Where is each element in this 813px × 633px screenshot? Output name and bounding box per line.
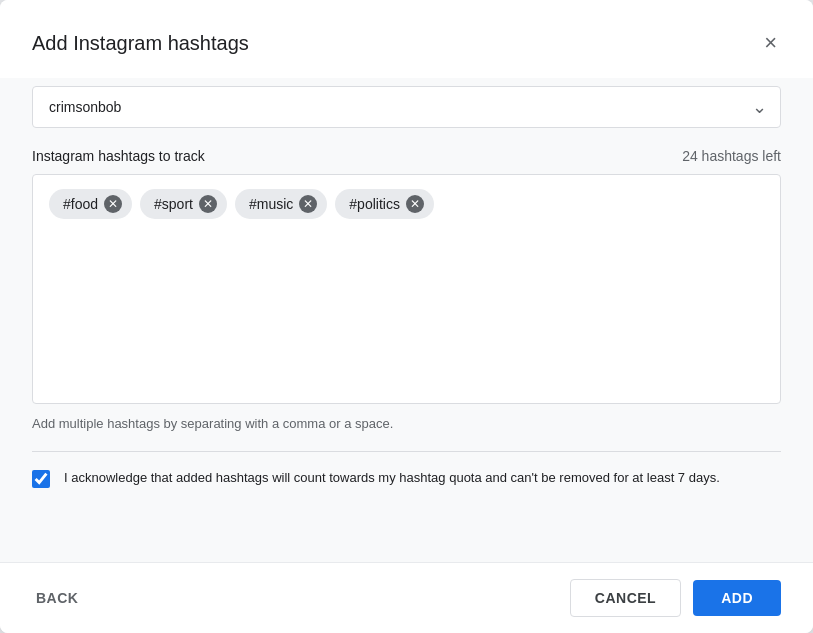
modal-header: Add Instagram hashtags × (0, 0, 813, 78)
chip-label-politics: #politics (349, 196, 400, 212)
hashtags-input-area[interactable]: #food ✕ #sport ✕ #music ✕ #politics ✕ (32, 174, 781, 404)
add-button[interactable]: ADD (693, 580, 781, 616)
acknowledge-text: I acknowledge that added hashtags will c… (64, 468, 720, 488)
chip-label-music: #music (249, 196, 293, 212)
hashtags-count: 24 hashtags left (682, 148, 781, 164)
close-button[interactable]: × (760, 28, 781, 58)
modal-body: crimsonbob ⌄ Instagram hashtags to track… (0, 78, 813, 562)
modal-footer: BACK CANCEL ADD (0, 562, 813, 633)
hashtag-chip-sport: #sport ✕ (140, 189, 227, 219)
modal: Add Instagram hashtags × crimsonbob ⌄ In… (0, 0, 813, 633)
hashtag-chip-music: #music ✕ (235, 189, 327, 219)
back-button[interactable]: BACK (32, 582, 82, 614)
acknowledge-checkbox[interactable] (32, 470, 50, 488)
chip-remove-sport[interactable]: ✕ (199, 195, 217, 213)
cancel-button[interactable]: CANCEL (570, 579, 681, 617)
acknowledge-row: I acknowledge that added hashtags will c… (32, 451, 781, 488)
hashtag-hint: Add multiple hashtags by separating with… (32, 404, 781, 451)
chip-remove-food[interactable]: ✕ (104, 195, 122, 213)
account-select[interactable]: crimsonbob (32, 86, 781, 128)
modal-title: Add Instagram hashtags (32, 32, 249, 55)
footer-right: CANCEL ADD (570, 579, 781, 617)
account-select-wrapper: crimsonbob ⌄ (32, 86, 781, 128)
account-select-row: crimsonbob ⌄ (32, 78, 781, 148)
hashtags-section-header: Instagram hashtags to track 24 hashtags … (32, 148, 781, 164)
hashtag-chip-food: #food ✕ (49, 189, 132, 219)
chip-remove-politics[interactable]: ✕ (406, 195, 424, 213)
hashtag-chip-politics: #politics ✕ (335, 189, 434, 219)
chip-remove-music[interactable]: ✕ (299, 195, 317, 213)
hashtags-label: Instagram hashtags to track (32, 148, 205, 164)
chip-label-food: #food (63, 196, 98, 212)
chip-label-sport: #sport (154, 196, 193, 212)
